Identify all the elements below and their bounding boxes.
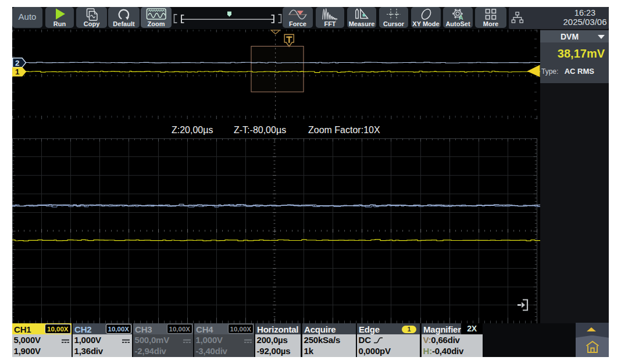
svg-text:2: 2 <box>15 59 20 67</box>
svg-text:1: 1 <box>15 67 20 76</box>
